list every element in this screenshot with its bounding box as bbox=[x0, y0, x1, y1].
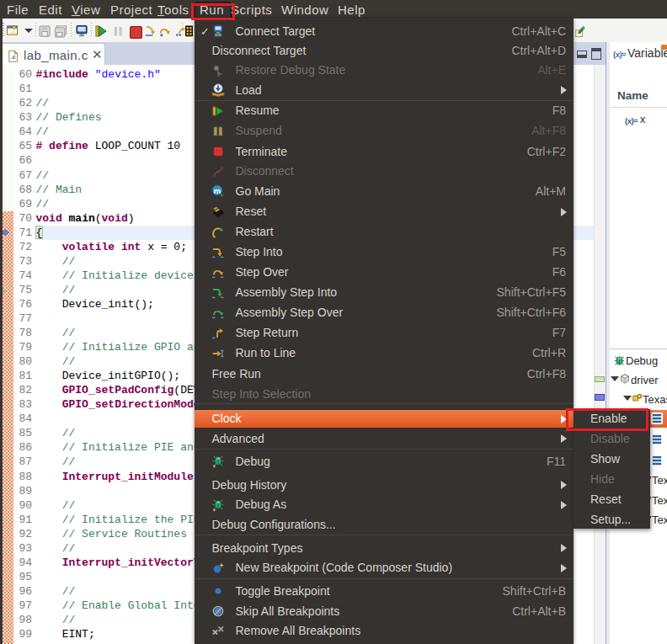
svg-text:.c: .c bbox=[11, 54, 16, 60]
svg-text:m: m bbox=[214, 186, 221, 195]
